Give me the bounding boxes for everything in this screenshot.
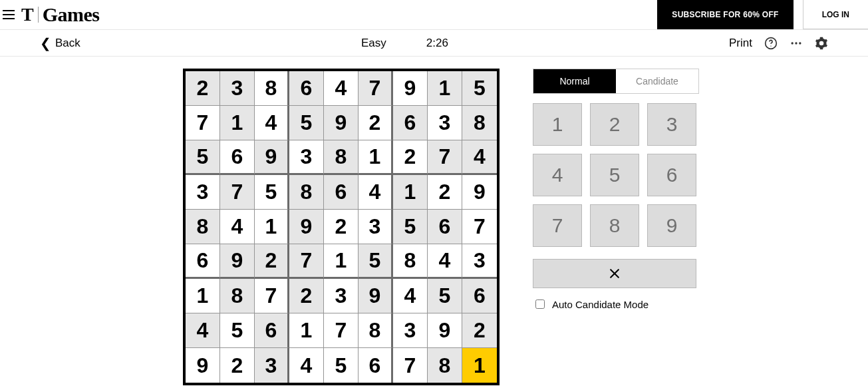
cell-4-3[interactable]: 9 bbox=[289, 210, 324, 244]
cell-8-3[interactable]: 4 bbox=[289, 348, 324, 383]
cell-7-1[interactable]: 5 bbox=[220, 313, 255, 348]
cell-7-8[interactable]: 2 bbox=[462, 313, 497, 348]
cell-1-0[interactable]: 7 bbox=[186, 106, 220, 140]
more-icon[interactable] bbox=[790, 37, 803, 50]
cell-7-7[interactable]: 9 bbox=[428, 313, 462, 348]
cell-5-8[interactable]: 3 bbox=[462, 244, 497, 279]
cell-1-4[interactable]: 9 bbox=[324, 106, 359, 140]
cell-6-0[interactable]: 1 bbox=[186, 279, 220, 313]
cell-0-2[interactable]: 8 bbox=[255, 71, 289, 106]
cell-5-6[interactable]: 8 bbox=[393, 244, 428, 279]
cell-4-5[interactable]: 3 bbox=[359, 210, 393, 244]
cell-2-1[interactable]: 6 bbox=[220, 140, 255, 175]
cell-3-5[interactable]: 4 bbox=[359, 175, 393, 210]
key-9[interactable]: 9 bbox=[647, 204, 696, 247]
auto-candidate-checkbox[interactable] bbox=[535, 299, 545, 309]
key-8[interactable]: 8 bbox=[590, 204, 639, 247]
cell-0-5[interactable]: 7 bbox=[359, 71, 393, 106]
key-6[interactable]: 6 bbox=[647, 154, 696, 196]
key-3[interactable]: 3 bbox=[647, 103, 696, 146]
cell-1-3[interactable]: 5 bbox=[289, 106, 324, 140]
cell-4-1[interactable]: 4 bbox=[220, 210, 255, 244]
key-4[interactable]: 4 bbox=[533, 154, 582, 196]
cell-7-5[interactable]: 8 bbox=[359, 313, 393, 348]
cell-1-8[interactable]: 8 bbox=[462, 106, 497, 140]
cell-6-2[interactable]: 7 bbox=[255, 279, 289, 313]
cell-6-6[interactable]: 4 bbox=[393, 279, 428, 313]
cell-8-8[interactable]: 1 bbox=[462, 348, 497, 383]
cell-0-7[interactable]: 1 bbox=[428, 71, 462, 106]
cell-6-1[interactable]: 8 bbox=[220, 279, 255, 313]
subscribe-button[interactable]: SUBSCRIBE FOR 60% OFF bbox=[657, 0, 793, 29]
cell-5-0[interactable]: 6 bbox=[186, 244, 220, 279]
cell-2-0[interactable]: 5 bbox=[186, 140, 220, 175]
key-7[interactable]: 7 bbox=[533, 204, 582, 247]
cell-8-2[interactable]: 3 bbox=[255, 348, 289, 383]
cell-8-4[interactable]: 5 bbox=[324, 348, 359, 383]
cell-7-6[interactable]: 3 bbox=[393, 313, 428, 348]
cell-4-7[interactable]: 6 bbox=[428, 210, 462, 244]
cell-7-4[interactable]: 7 bbox=[324, 313, 359, 348]
brand[interactable]: T Games bbox=[21, 3, 100, 26]
cell-7-0[interactable]: 4 bbox=[186, 313, 220, 348]
cell-8-7[interactable]: 8 bbox=[428, 348, 462, 383]
cell-8-1[interactable]: 2 bbox=[220, 348, 255, 383]
cell-3-2[interactable]: 5 bbox=[255, 175, 289, 210]
cell-3-1[interactable]: 7 bbox=[220, 175, 255, 210]
cell-2-8[interactable]: 4 bbox=[462, 140, 497, 175]
tab-candidate[interactable]: Candidate bbox=[616, 69, 698, 93]
cell-5-3[interactable]: 7 bbox=[289, 244, 324, 279]
cell-6-8[interactable]: 6 bbox=[462, 279, 497, 313]
print-button[interactable]: Print bbox=[729, 37, 752, 50]
cell-6-7[interactable]: 5 bbox=[428, 279, 462, 313]
cell-8-5[interactable]: 6 bbox=[359, 348, 393, 383]
erase-button[interactable] bbox=[533, 259, 696, 288]
cell-7-2[interactable]: 6 bbox=[255, 313, 289, 348]
cell-3-4[interactable]: 6 bbox=[324, 175, 359, 210]
cell-2-4[interactable]: 8 bbox=[324, 140, 359, 175]
cell-3-3[interactable]: 8 bbox=[289, 175, 324, 210]
cell-1-5[interactable]: 2 bbox=[359, 106, 393, 140]
cell-4-0[interactable]: 8 bbox=[186, 210, 220, 244]
cell-3-7[interactable]: 2 bbox=[428, 175, 462, 210]
cell-2-3[interactable]: 3 bbox=[289, 140, 324, 175]
cell-8-0[interactable]: 9 bbox=[186, 348, 220, 383]
cell-0-3[interactable]: 6 bbox=[289, 71, 324, 106]
cell-0-6[interactable]: 9 bbox=[393, 71, 428, 106]
cell-3-0[interactable]: 3 bbox=[186, 175, 220, 210]
cell-4-2[interactable]: 1 bbox=[255, 210, 289, 244]
login-button[interactable]: LOG IN bbox=[803, 0, 868, 29]
gear-icon[interactable] bbox=[815, 37, 828, 50]
key-2[interactable]: 2 bbox=[590, 103, 639, 146]
cell-2-6[interactable]: 2 bbox=[393, 140, 428, 175]
cell-0-8[interactable]: 5 bbox=[462, 71, 497, 106]
cell-5-5[interactable]: 5 bbox=[359, 244, 393, 279]
cell-4-6[interactable]: 5 bbox=[393, 210, 428, 244]
cell-0-1[interactable]: 3 bbox=[220, 71, 255, 106]
cell-0-4[interactable]: 4 bbox=[324, 71, 359, 106]
cell-6-3[interactable]: 2 bbox=[289, 279, 324, 313]
cell-1-1[interactable]: 1 bbox=[220, 106, 255, 140]
cell-1-6[interactable]: 6 bbox=[393, 106, 428, 140]
cell-8-6[interactable]: 7 bbox=[393, 348, 428, 383]
menu-icon[interactable] bbox=[3, 10, 15, 19]
cell-2-5[interactable]: 1 bbox=[359, 140, 393, 175]
key-5[interactable]: 5 bbox=[590, 154, 639, 196]
cell-1-7[interactable]: 3 bbox=[428, 106, 462, 140]
cell-5-2[interactable]: 2 bbox=[255, 244, 289, 279]
help-icon[interactable] bbox=[764, 37, 778, 50]
cell-4-8[interactable]: 7 bbox=[462, 210, 497, 244]
cell-6-5[interactable]: 9 bbox=[359, 279, 393, 313]
cell-4-4[interactable]: 2 bbox=[324, 210, 359, 244]
auto-candidate-row[interactable]: Auto Candidate Mode bbox=[533, 297, 699, 311]
cell-3-6[interactable]: 1 bbox=[393, 175, 428, 210]
back-button[interactable]: ❮ Back bbox=[40, 37, 80, 50]
cell-5-4[interactable]: 1 bbox=[324, 244, 359, 279]
cell-7-3[interactable]: 1 bbox=[289, 313, 324, 348]
cell-0-0[interactable]: 2 bbox=[186, 71, 220, 106]
cell-1-2[interactable]: 4 bbox=[255, 106, 289, 140]
cell-2-7[interactable]: 7 bbox=[428, 140, 462, 175]
key-1[interactable]: 1 bbox=[533, 103, 582, 146]
cell-5-7[interactable]: 4 bbox=[428, 244, 462, 279]
cell-2-2[interactable]: 9 bbox=[255, 140, 289, 175]
